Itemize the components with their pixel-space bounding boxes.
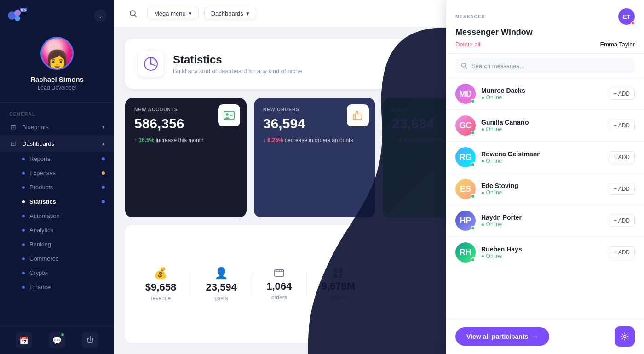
sidebar-item-blueprints[interactable]: ⊞ Blueprints ▾ (0, 119, 114, 135)
expenses-badge (102, 171, 105, 175)
sidebar-item-crypto[interactable]: Crypto (0, 266, 114, 280)
user-card-icon (223, 109, 235, 121)
contact-avatar-haydn: HP (455, 211, 476, 231)
statistics-label: Statistics (29, 198, 56, 205)
dashboards-icon: ⊡ (9, 139, 17, 148)
chat-button[interactable]: 💬 (49, 332, 65, 348)
sidebar-item-products[interactable]: Products (0, 180, 114, 194)
add-contact-button-rueben[interactable]: + ADD (609, 246, 635, 258)
contact-item-rueben[interactable]: RH Rueben Hays ● Online + ADD (446, 237, 644, 268)
revenue-icon: 💰 (154, 267, 167, 280)
new-orders-card: NEW ORDERS 36,594 ↓ 8.25% decrease in or… (254, 98, 375, 217)
contact-item-rowena[interactable]: RG Rowena Geistmann ● Online + ADD (446, 142, 644, 173)
add-contact-button-rowena[interactable]: + ADD (609, 151, 635, 163)
messenger-search-section (446, 54, 644, 78)
svg-rect-23 (334, 274, 338, 278)
orders2-label: orders (330, 294, 346, 301)
statistics-badge (102, 200, 105, 203)
contact-item-haydn[interactable]: HP Haydn Porter ● Online + ADD (446, 205, 644, 237)
add-contact-button-haydn[interactable]: + ADD (609, 215, 635, 227)
products-label: Products (29, 184, 53, 191)
commerce-dot (22, 257, 25, 260)
contact-info-ede: Ede Stoving ● Online (481, 182, 609, 196)
svg-rect-24 (339, 274, 343, 278)
calendar-button[interactable]: 📅 (16, 332, 32, 348)
sidebar-item-commerce[interactable]: Commerce (0, 251, 114, 266)
messenger-footer-row: View all participants → (455, 326, 635, 347)
messenger-panel: MESSAGES ET Messenger Window Delete all … (446, 0, 644, 354)
new-orders-icon (347, 104, 369, 126)
contact-item-gunilla[interactable]: GC Gunilla Canario ● Online + ADD (446, 110, 644, 142)
chat-notification-dot (61, 333, 64, 337)
contact-name-gunilla: Gunilla Canario (481, 119, 609, 126)
new-accounts-change: ↑ 16.5% increase this month (134, 137, 237, 143)
finance-dot (22, 286, 25, 289)
mega-menu-arrow: ▾ (189, 10, 192, 17)
contact-status-haydn: ● Online (481, 221, 609, 228)
message-search-icon (461, 62, 468, 69)
blueprints-label: Blueprints (22, 124, 49, 131)
settings-button[interactable] (615, 326, 635, 347)
contact-name-ede: Ede Stoving (481, 182, 609, 189)
contact-status-ede: ● Online (481, 189, 609, 196)
active-user-initials: ET (623, 13, 631, 20)
orders-icon (274, 268, 285, 279)
profile-role: Lead Developer (38, 85, 77, 91)
view-all-button[interactable]: View all participants → (455, 327, 549, 346)
svg-text:3.0: 3.0 (21, 8, 26, 12)
contact-item-ede[interactable]: ES Ede Stoving ● Online + ADD (446, 173, 644, 205)
sidebar-item-banking[interactable]: Banking (0, 237, 114, 251)
orders-label: orders (271, 294, 287, 301)
sidebar-toggle[interactable]: ⌄ (94, 9, 107, 22)
power-button[interactable]: ⏻ (82, 332, 98, 348)
automation-label: Automation (29, 212, 60, 219)
online-dot-ede (471, 194, 475, 199)
sidebar-item-automation[interactable]: Automation (0, 209, 114, 223)
new-accounts-icon (218, 104, 240, 126)
contact-avatar-munroe: MD (455, 84, 476, 104)
sidebar-item-finance[interactable]: Finance (0, 280, 114, 294)
search-button[interactable] (125, 6, 142, 22)
mega-menu-label: Mega menu (154, 10, 186, 17)
online-dot-rueben (471, 257, 475, 262)
svg-point-12 (226, 113, 229, 116)
contact-status-munroe: ● Online (481, 94, 609, 101)
sidebar-footer: 📅 💬 ⏻ (0, 326, 114, 354)
expenses-label: Expenses (29, 170, 56, 177)
sidebar-item-expenses[interactable]: Expenses (0, 166, 114, 180)
messenger-title: Messenger Window (455, 28, 635, 37)
add-contact-button-gunilla[interactable]: + ADD (609, 120, 635, 131)
banking-dot (22, 243, 25, 246)
svg-rect-15 (353, 114, 355, 120)
mega-menu-button[interactable]: Mega menu ▾ (147, 7, 199, 20)
delete-all-button[interactable]: Delete all (455, 41, 480, 48)
sidebar-item-reports[interactable]: Reports (0, 152, 114, 166)
contact-avatar-rueben: RH (455, 242, 476, 263)
sidebar-item-analytics[interactable]: Analytics (0, 223, 114, 237)
message-search-input[interactable] (472, 63, 629, 69)
active-user-avatar[interactable]: ET (618, 8, 635, 25)
dashboards-btn-arrow: ▾ (246, 10, 249, 17)
svg-point-35 (624, 336, 626, 338)
analytics-label: Analytics (29, 227, 53, 234)
dashboards-label: Dashboards (22, 140, 54, 147)
sidebar-item-dashboards[interactable]: ⊡ Dashboards ▴ (0, 135, 114, 152)
general-label: GENERAL (0, 108, 114, 119)
contact-status-rowena: ● Online (481, 158, 609, 164)
new-accounts-card: NEW ACCOUNTS 586,356 ↑ 16.5% increase th… (125, 98, 247, 217)
logo-icon: 3.0 (7, 8, 27, 23)
statistics-icon (144, 57, 158, 71)
add-contact-button-munroe[interactable]: + ADD (609, 88, 635, 100)
revenue-label: revenue (151, 295, 171, 302)
contact-item-munroe[interactable]: MD Munroe Dacks ● Online + ADD (446, 78, 644, 110)
divider-3 (306, 273, 307, 296)
sidebar-item-statistics[interactable]: Statistics (0, 194, 114, 209)
page-title: Statistics (173, 53, 302, 66)
avatar: 👩 (40, 37, 74, 70)
contact-name-haydn: Haydn Porter (481, 214, 609, 221)
svg-line-6 (135, 15, 137, 17)
settings-icon (620, 332, 629, 341)
add-contact-button-ede[interactable]: + ADD (609, 183, 635, 195)
dashboards-button[interactable]: Dashboards ▾ (204, 7, 256, 20)
view-all-arrow: → (532, 333, 538, 340)
